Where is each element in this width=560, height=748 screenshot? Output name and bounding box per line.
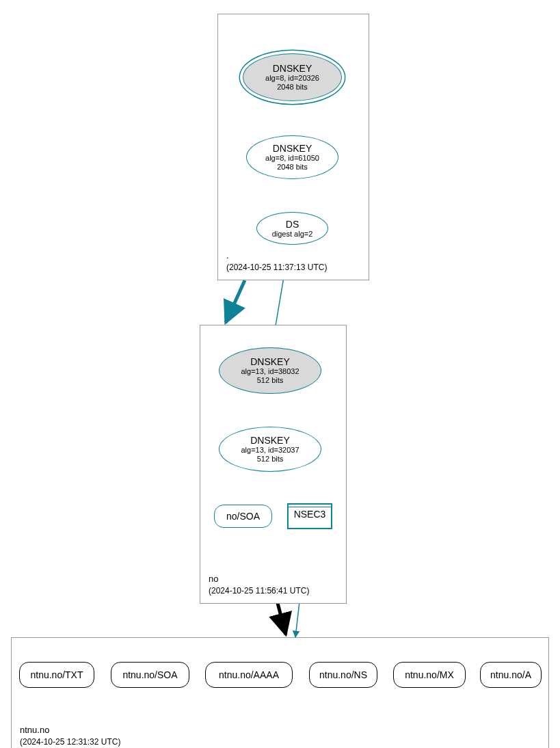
ntnu-record-a-label: ntnu.no/A [490,669,531,680]
no-dnskey-zsk: DNSKEY alg=13, id=32037 512 bits [219,427,321,472]
no-dnskey-zsk-title: DNSKEY [250,435,290,446]
ntnu-record-ns-label: ntnu.no/NS [319,669,367,680]
ntnu-record-aaaa: ntnu.no/AAAA [205,662,293,688]
ntnu-record-ns: ntnu.no/NS [309,662,377,688]
root-dnskey-ksk-title: DNSKEY [273,63,312,74]
root-dnskey-ksk-sub1: alg=8, id=20326 [265,74,319,83]
ntnu-record-soa-label: ntnu.no/SOA [122,669,177,680]
root-dnskey-zsk-title: DNSKEY [273,143,312,154]
zone-no-timestamp: (2024-10-25 11:56:41 UTC) [209,585,309,596]
root-dnskey-zsk: DNSKEY alg=8, id=61050 2048 bits [246,135,338,179]
zone-ntnu-label: ntnu.no (2024-10-25 12:31:32 UTC) [20,724,120,747]
no-dnskey-ksk-sub2: 512 bits [257,376,284,385]
ntnu-record-aaaa-label: ntnu.no/AAAA [219,669,279,680]
no-dnskey-ksk-sub1: alg=13, id=38032 [241,367,299,376]
root-ds-sub1: digest alg=2 [272,230,313,239]
root-dnskey-ksk-sub2: 2048 bits [277,83,308,92]
no-dnskey-ksk: DNSKEY alg=13, id=38032 512 bits [219,347,321,394]
root-dnskey-ksk: DNSKEY alg=8, id=20326 2048 bits [243,53,342,101]
ntnu-record-mx-label: ntnu.no/MX [405,669,454,680]
root-ds: DS digest alg=2 [256,212,328,245]
zone-root-timestamp: (2024-10-25 11:37:13 UTC) [226,262,327,273]
no-dnskey-ksk-title: DNSKEY [250,356,290,367]
no-nsec3-record: NSEC3 [287,503,332,529]
root-dnskey-zsk-sub1: alg=8, id=61050 [265,154,319,163]
root-dnskey-zsk-sub2: 2048 bits [277,163,308,172]
zone-ntnu-name: ntnu.no [20,724,120,736]
zone-ntnu-timestamp: (2024-10-25 12:31:32 UTC) [20,736,120,747]
zone-root-label: . (2024-10-25 11:37:13 UTC) [226,250,327,273]
zone-ntnu: ntnu.no (2024-10-25 12:31:32 UTC) [11,637,549,748]
diagram-canvas: . (2024-10-25 11:37:13 UTC) DNSKEY alg=8… [0,0,560,748]
ntnu-record-txt: ntnu.no/TXT [19,662,94,688]
no-nsec3-record-label: NSEC3 [289,507,331,520]
ntnu-record-a: ntnu.no/A [480,662,542,688]
root-ds-title: DS [286,219,299,230]
no-soa-record: no/SOA [214,505,272,528]
ntnu-record-soa: ntnu.no/SOA [111,662,189,688]
ntnu-record-mx: ntnu.no/MX [393,662,466,688]
no-soa-record-label: no/SOA [226,511,260,522]
ntnu-record-txt-label: ntnu.no/TXT [30,669,83,680]
no-dnskey-zsk-sub2: 512 bits [257,455,284,464]
zone-root-name: . [226,250,327,262]
zone-no-name: no [209,573,309,585]
zone-no-label: no (2024-10-25 11:56:41 UTC) [209,573,309,596]
no-dnskey-zsk-sub1: alg=13, id=32037 [241,446,299,455]
